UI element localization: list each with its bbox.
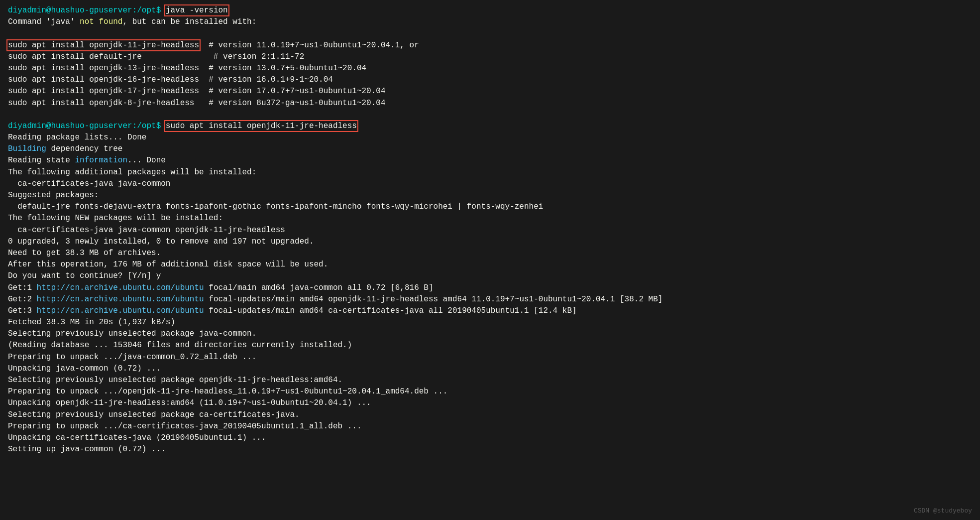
select-openjdk-text: Selecting previously unselected package … [8, 376, 342, 385]
line-suggestion-6: sudo apt install openjdk-8-jre-headless … [8, 98, 972, 109]
command-install: sudo apt install openjdk-11-jre-headless [166, 122, 357, 130]
line-upgrade-summary: 0 upgraded, 3 newly installed, 0 to remo… [8, 236, 972, 248]
reading-db-text: (Reading database ... 153046 files and d… [8, 341, 352, 350]
suggestion-openjdk11: sudo apt install openjdk-11-jre-headless [8, 41, 199, 50]
line-continue-prompt: Do you want to continue? [Y/n] y [8, 270, 972, 282]
line-select-java-common: Selecting previously unselected package … [8, 328, 972, 340]
prepare-java-common-text: Preparing to unpack .../java-common_0.72… [8, 353, 256, 362]
line-reading-db: (Reading database ... 153046 files and d… [8, 340, 972, 351]
line-prompt-2: diyadmin@huashuo-gpuserver:/opt$ sudo ap… [8, 121, 972, 132]
suggestion-openjdk8: sudo apt install openjdk-8-jre-headless … [8, 99, 386, 108]
get-3-url: http://cn.archive.ubuntu.com/ubuntu [37, 306, 204, 315]
not-found-rest: , but can be installed with: [122, 17, 256, 26]
line-suggested-list: default-jre fonts-dejavu-extra fonts-ipa… [8, 201, 972, 213]
prompt-2: diyadmin@huashuo-gpuserver:/opt$ [8, 122, 166, 130]
line-prepare-ca-certs: Preparing to unpack .../ca-certificates-… [8, 421, 972, 432]
prepare-ca-certs-text: Preparing to unpack .../ca-certificates-… [8, 422, 362, 431]
line-blank-1 [8, 28, 972, 39]
line-blank-2 [8, 109, 972, 121]
prepare-openjdk-text: Preparing to unpack .../openjdk-11-jre-h… [8, 387, 447, 396]
information-rest: ... Done [127, 156, 166, 165]
line-new-pkgs: The following NEW packages will be insta… [8, 213, 972, 224]
building-keyword: Building [8, 144, 51, 153]
get-2-prefix: Get:2 [8, 295, 37, 304]
line-suggestion-1: sudo apt install openjdk-11-jre-headless… [8, 40, 972, 51]
suggested-list-text: default-jre fonts-dejavu-extra fonts-ipa… [8, 202, 543, 211]
line-unpack-ca-certs: Unpacking ca-certificates-java (20190405… [8, 432, 972, 444]
additional-pkgs-list-text: ca-certificates-java java-common [8, 179, 170, 188]
disk-space-text: After this operation, 176 MB of addition… [8, 260, 328, 269]
line-additional-pkgs: The following additional packages will b… [8, 167, 972, 178]
line-reading-pkg: Reading package lists... Done [8, 132, 972, 143]
unpack-openjdk-text: Unpacking openjdk-11-jre-headless:amd64 … [8, 398, 371, 407]
line-1: diyadmin@huashuo-gpuserver:/opt$ java -v… [8, 5, 972, 16]
get-2-detail: focal-updates/main amd64 openjdk-11-jre-… [204, 295, 663, 304]
get-3-prefix: Get:3 [8, 306, 37, 315]
line-suggestion-5: sudo apt install openjdk-17-jre-headless… [8, 86, 972, 97]
line-building: Building dependency tree [8, 143, 972, 155]
line-select-openjdk: Selecting previously unselected package … [8, 375, 972, 386]
building-rest: dependency tree [51, 144, 122, 153]
line-disk-space: After this operation, 176 MB of addition… [8, 259, 972, 270]
get-1-prefix: Get:1 [8, 283, 37, 292]
prompt-1: diyadmin@huashuo-gpuserver:/opt$ [8, 6, 166, 15]
suggestion-openjdk17: sudo apt install openjdk-17-jre-headless… [8, 87, 386, 96]
line-suggestion-3: sudo apt install openjdk-13-jre-headless… [8, 63, 972, 74]
continue-prompt-text: Do you want to continue? [Y/n] y [8, 271, 161, 280]
line-reading-state: Reading state information... Done [8, 155, 972, 166]
line-get-2: Get:2 http://cn.archive.ubuntu.com/ubunt… [8, 294, 972, 305]
archives-size-text: Need to get 38.3 MB of archives. [8, 249, 161, 258]
suggestion-openjdk11-version: # version 11.0.19+7~us1-0ubuntu1~20.04.1… [199, 41, 419, 50]
line-setup-java-common: Setting up java-common (0.72) ... [8, 444, 972, 455]
line-suggested: Suggested packages: [8, 190, 972, 201]
new-pkgs-text: The following NEW packages will be insta… [8, 214, 223, 223]
new-pkgs-list-text: ca-certificates-java java-common openjdk… [8, 226, 285, 235]
information-keyword: information [75, 156, 127, 165]
line-prepare-openjdk: Preparing to unpack .../openjdk-11-jre-h… [8, 386, 972, 397]
line-get-1: Get:1 http://cn.archive.ubuntu.com/ubunt… [8, 282, 972, 294]
line-get-3: Get:3 http://cn.archive.ubuntu.com/ubunt… [8, 305, 972, 317]
suggestion-openjdk13: sudo apt install openjdk-13-jre-headless… [8, 64, 366, 73]
reading-pkg-text: Reading package lists... Done [8, 133, 146, 142]
additional-pkgs-text: The following additional packages will b… [8, 168, 256, 177]
suggestion-openjdk16: sudo apt install openjdk-16-jre-headless… [8, 75, 333, 84]
line-unpack-java-common: Unpacking java-common (0.72) ... [8, 363, 972, 375]
get-1-url: http://cn.archive.ubuntu.com/ubuntu [37, 283, 204, 292]
get-3-detail: focal-updates/main amd64 ca-certificates… [204, 306, 577, 315]
line-fetched: Fetched 38.3 MB in 20s (1,937 kB/s) [8, 317, 972, 328]
not-found-text: Command 'java' [8, 17, 80, 26]
watermark: CSDN @studyeboy [914, 507, 972, 516]
reading-state-text: Reading state [8, 156, 75, 165]
unpack-java-common-text: Unpacking java-common (0.72) ... [8, 364, 161, 373]
line-prepare-java-common: Preparing to unpack .../java-common_0.72… [8, 352, 972, 363]
get-1-detail: focal/main amd64 java-common all 0.72 [6… [204, 283, 434, 292]
line-select-ca-certs: Selecting previously unselected package … [8, 409, 972, 421]
line-archives-size: Need to get 38.3 MB of archives. [8, 248, 972, 259]
line-additional-pkgs-list: ca-certificates-java java-common [8, 178, 972, 190]
select-java-common-text: Selecting previously unselected package … [8, 329, 256, 338]
line-new-pkgs-list: ca-certificates-java java-common openjdk… [8, 225, 972, 236]
upgrade-summary-text: 0 upgraded, 3 newly installed, 0 to remo… [8, 237, 314, 246]
line-suggestion-4: sudo apt install openjdk-16-jre-headless… [8, 74, 972, 86]
select-ca-certs-text: Selecting previously unselected package … [8, 410, 300, 419]
command-java-version: java -version [166, 6, 228, 15]
not-found-keyword: not found [80, 17, 122, 26]
unpack-ca-certs-text: Unpacking ca-certificates-java (20190405… [8, 433, 266, 442]
suggestion-default-jre: sudo apt install default-jre # version 2… [8, 52, 304, 61]
fetched-text: Fetched 38.3 MB in 20s (1,937 kB/s) [8, 318, 175, 327]
setup-java-common-text: Setting up java-common (0.72) ... [8, 445, 166, 454]
suggested-text: Suggested packages: [8, 191, 99, 200]
line-2: Command 'java' not found, but can be ins… [8, 16, 972, 28]
terminal: diyadmin@huashuo-gpuserver:/opt$ java -v… [8, 5, 972, 455]
line-suggestion-2: sudo apt install default-jre # version 2… [8, 51, 972, 63]
line-unpack-openjdk: Unpacking openjdk-11-jre-headless:amd64 … [8, 397, 972, 409]
get-2-url: http://cn.archive.ubuntu.com/ubuntu [37, 295, 204, 304]
